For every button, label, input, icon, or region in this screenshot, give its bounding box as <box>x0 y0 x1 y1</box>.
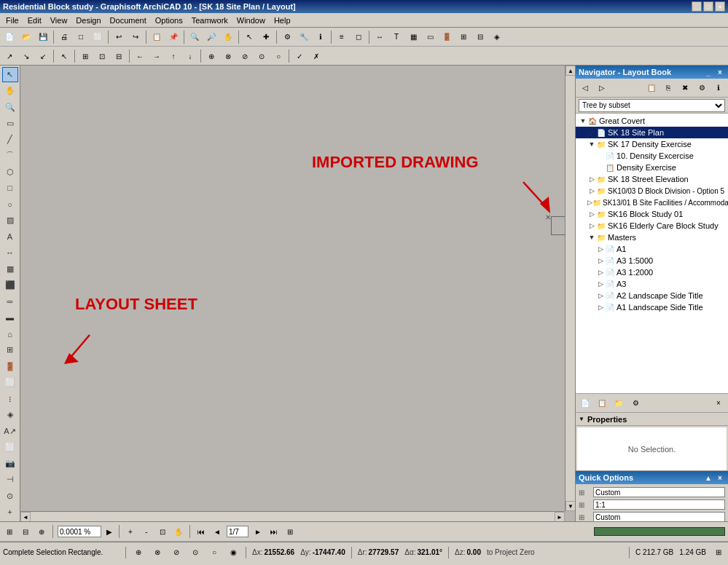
snap-btn2[interactable]: ⊗ <box>151 546 164 559</box>
tree-item-sk18[interactable]: ▷ 📄 SK 18 Site Plan <box>576 127 728 138</box>
tb-copy[interactable]: 📋 <box>149 29 165 45</box>
tool-mesh[interactable]: ⊞ <box>2 342 18 357</box>
tree-item-a2-land[interactable]: ▷ 📄 A2 Landscape Side Title <box>576 290 728 301</box>
status-zoom-in-btn[interactable]: + <box>124 525 137 538</box>
tb-undo[interactable]: ↩ <box>111 29 127 45</box>
qo-input-2[interactable] <box>593 499 725 510</box>
tool-circle[interactable]: ○ <box>2 197 18 212</box>
tb-slab[interactable]: ▭ <box>422 29 438 45</box>
tb-wall[interactable]: ▦ <box>405 29 421 45</box>
tool-section[interactable]: ⊣ <box>2 472 18 487</box>
tool-poly[interactable]: ⬡ <box>2 165 18 180</box>
tb-properties[interactable]: ⚙ <box>279 29 295 45</box>
tool-arc[interactable]: ⌒ <box>2 148 18 163</box>
tree-toggle-a3-2000[interactable]: ▷ <box>596 269 605 276</box>
status-extra-btn[interactable]: ⊞ <box>283 525 297 538</box>
tree-toggle-sk18[interactable]: ▷ <box>587 129 596 136</box>
tb-text[interactable]: T <box>388 29 404 45</box>
navigator-minimize-btn[interactable]: _ <box>703 67 713 77</box>
tb-3d[interactable]: ◻ <box>351 29 367 45</box>
status-pan-btn[interactable]: ✋ <box>172 525 185 538</box>
tool-window[interactable]: ⬜ <box>2 375 18 390</box>
tb2-check2[interactable]: ✗ <box>308 48 324 64</box>
qo-input-3[interactable] <box>593 512 725 522</box>
snap-btn1[interactable]: ⊕ <box>132 546 145 559</box>
snap-btn6[interactable]: ◉ <box>227 546 240 559</box>
status-fit-btn[interactable]: ⊡ <box>156 525 169 538</box>
quick-options-close-btn[interactable]: × <box>715 473 725 483</box>
tree-toggle-sk18st[interactable]: ▷ <box>587 175 596 183</box>
nav-bottom-btn1[interactable]: 📄 <box>577 396 593 411</box>
tb2-snap2[interactable]: ⊗ <box>220 48 236 64</box>
tree-toggle-masters[interactable]: ▼ <box>587 234 596 241</box>
tool-object[interactable]: ◈ <box>2 407 18 422</box>
tree-item-sk1003[interactable]: ▷ 📁 SK10/03 D Block Division - Option 5 <box>576 185 728 197</box>
tb2-nav3[interactable]: ↑ <box>165 48 181 64</box>
tree-toggle-sk1301[interactable]: ▷ <box>587 199 592 206</box>
tb-layers[interactable]: ≡ <box>334 29 350 45</box>
tb-open[interactable]: 📂 <box>18 29 34 45</box>
tree-item-a3-5000[interactable]: ▷ 📄 A3 1:5000 <box>576 255 728 266</box>
tb2-cursor[interactable]: ↖ <box>56 48 72 64</box>
tree-item-a1-land[interactable]: ▷ 📄 A1 Landscape Side Title <box>576 301 728 313</box>
zoom-apply-btn[interactable]: ▶ <box>104 525 114 538</box>
tool-select[interactable]: ↖ <box>2 67 18 82</box>
tb-redo[interactable]: ↪ <box>128 29 144 45</box>
tb-extra2[interactable]: ⊟ <box>472 29 488 45</box>
tb-info[interactable]: ℹ <box>313 29 329 45</box>
zoom-input[interactable] <box>58 526 101 537</box>
tree-item-masters[interactable]: ▼ 📁 Masters <box>576 232 728 243</box>
nav-bottom-close-btn[interactable]: × <box>711 396 727 411</box>
tb-door[interactable]: 🚪 <box>439 29 455 45</box>
status-next-btn[interactable]: ⏭ <box>267 525 281 538</box>
tree-toggle-a1[interactable]: ▷ <box>596 245 605 253</box>
tree-toggle-sk1003[interactable]: ▷ <box>587 187 596 194</box>
tb-paste[interactable]: 📌 <box>165 29 181 45</box>
tool-beam[interactable]: ═ <box>2 294 18 309</box>
tool-slab[interactable]: ▬ <box>2 310 18 325</box>
tree-item-sk17[interactable]: ▼ 📁 SK 17 Density Exercise <box>576 138 728 150</box>
tool-line[interactable]: ╱ <box>2 132 18 147</box>
tool-marquee[interactable]: ▭ <box>2 116 18 131</box>
tool-door[interactable]: 🚪 <box>2 359 18 374</box>
tool-label[interactable]: A↗ <box>2 424 18 439</box>
nav-delete-btn[interactable]: ✖ <box>677 81 693 95</box>
scroll-up-btn[interactable]: ▲ <box>565 66 575 76</box>
tool-stair[interactable]: ⫶ <box>2 391 18 406</box>
tree-toggle-a1-land[interactable]: ▷ <box>596 304 605 311</box>
menu-document[interactable]: Document <box>106 15 151 26</box>
tree-toggle-a2-land[interactable]: ▷ <box>596 292 605 299</box>
status-tb-btn3[interactable]: ⊕ <box>35 525 48 538</box>
menu-file[interactable]: File <box>1 15 23 26</box>
tool-column[interactable]: ⬛ <box>2 277 18 293</box>
nav-bottom-btn2[interactable]: 📋 <box>594 396 610 411</box>
tb2-snap5[interactable]: ○ <box>270 48 286 64</box>
tree-item-sk17-de[interactable]: 📋 Density Exercise <box>576 162 728 173</box>
tool-roof[interactable]: ⌂ <box>2 326 18 341</box>
tb2-check1[interactable]: ✓ <box>291 48 308 64</box>
tb-select[interactable]: ↖ <box>241 29 257 45</box>
tool-detail[interactable]: ⊙ <box>2 489 18 504</box>
nav-subset-select[interactable]: Tree by subset <box>579 99 725 112</box>
maximize-button[interactable]: □ <box>703 1 713 12</box>
tb-btn3[interactable]: ⬜ <box>90 29 106 45</box>
tb-print[interactable]: 🖨 <box>56 29 72 45</box>
tool-camera[interactable]: 📷 <box>2 456 18 471</box>
tb2-btn2[interactable]: ↘ <box>18 48 34 64</box>
nav-back-btn[interactable]: ◁ <box>577 81 593 95</box>
tool-fill[interactable]: ▨ <box>2 213 18 228</box>
status-prev-btn[interactable]: ⏮ <box>195 525 208 538</box>
tool-text[interactable]: A <box>2 229 18 245</box>
status-tb-btn1[interactable]: ⊞ <box>3 525 16 538</box>
tree-item-sk16ec[interactable]: ▷ 📁 SK16 Elderly Care Block Study <box>576 220 728 232</box>
nav-new-btn[interactable]: 📋 <box>643 81 659 95</box>
tree-toggle-a3[interactable]: ▷ <box>596 280 605 288</box>
tool-pan[interactable]: ✋ <box>2 83 18 98</box>
tb-zoom-in[interactable]: 🔍 <box>187 29 203 45</box>
tb-zoom-out[interactable]: 🔎 <box>203 29 219 45</box>
tool-dim[interactable]: ↔ <box>2 245 18 261</box>
canvas-area[interactable]: LAYOUT SHEET IMPORTED DRAWING ✕ ▲ ▼ ◄ ► <box>20 66 575 521</box>
tree-item-sk16bs[interactable]: ▷ 📁 SK16 Block Study 01 <box>576 208 728 220</box>
scroll-right-btn[interactable]: ► <box>555 512 565 521</box>
tree-item-a3[interactable]: ▷ 📄 A3 <box>576 278 728 290</box>
